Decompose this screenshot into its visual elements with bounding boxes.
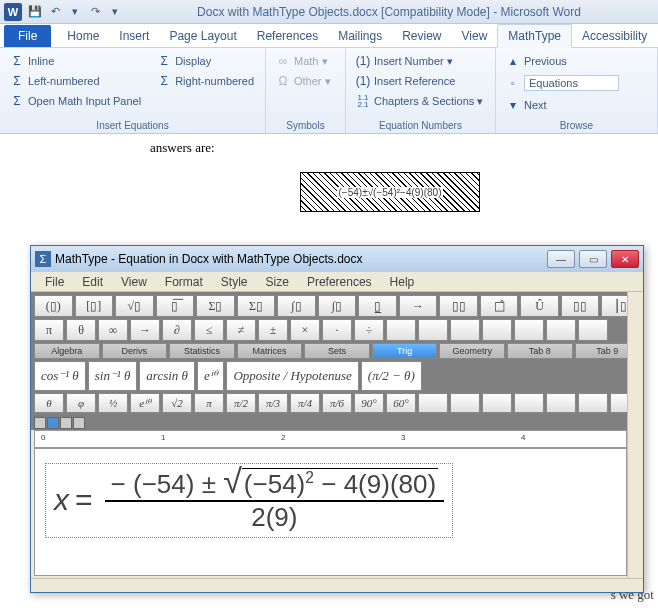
palette-button[interactable]: ▯▯ bbox=[439, 295, 478, 317]
close-button[interactable]: ✕ bbox=[611, 250, 639, 268]
palette-button[interactable]: ∫▯ bbox=[277, 295, 316, 317]
small-symbol-button[interactable]: π/6 bbox=[322, 393, 352, 413]
symbol-button-empty[interactable] bbox=[578, 319, 608, 341]
category-tab-matrices[interactable]: Matrices bbox=[237, 343, 303, 359]
category-tab-sets[interactable]: Sets bbox=[304, 343, 370, 359]
symbol-button[interactable]: θ bbox=[66, 319, 96, 341]
palette-button[interactable]: (▯) bbox=[34, 295, 73, 317]
menu-edit[interactable]: Edit bbox=[74, 274, 111, 289]
equation[interactable]: x = − (−54) ± √ (−54)2 − 4(9)(80) 2(9) bbox=[45, 463, 453, 538]
browse-select[interactable]: ◦Equations bbox=[504, 73, 621, 93]
tab-references[interactable]: References bbox=[247, 25, 328, 47]
menu-preferences[interactable]: Preferences bbox=[299, 274, 380, 289]
small-symbol-button[interactable]: 90° bbox=[354, 393, 384, 413]
btn-open-math-input-panel[interactable]: ΣOpen Math Input Panel bbox=[8, 92, 143, 110]
qat-save-icon[interactable]: 💾 bbox=[26, 3, 44, 21]
palette-button[interactable]: Û bbox=[520, 295, 559, 317]
tab-mathtype[interactable]: MathType bbox=[497, 24, 572, 48]
tab-review[interactable]: Review bbox=[392, 25, 451, 47]
symbol-button[interactable]: · bbox=[322, 319, 352, 341]
menu-size[interactable]: Size bbox=[258, 274, 297, 289]
btn-chapters-sections[interactable]: 1.1 2.1Chapters & Sections ▾ bbox=[354, 92, 485, 110]
template-button[interactable]: arcsin θ bbox=[139, 361, 195, 391]
ruler[interactable]: 0 1 2 3 4 bbox=[34, 430, 627, 448]
symbol-button[interactable]: → bbox=[130, 319, 160, 341]
symbol-button[interactable]: ≤ bbox=[194, 319, 224, 341]
btn-left-numbered[interactable]: ΣLeft-numbered bbox=[8, 72, 143, 90]
symbol-button-empty[interactable] bbox=[546, 319, 576, 341]
qat-undo-icon[interactable]: ↶ bbox=[46, 3, 64, 21]
symbol-button[interactable]: ∞ bbox=[98, 319, 128, 341]
palette-button[interactable]: [▯] bbox=[75, 295, 114, 317]
tab-mailings[interactable]: Mailings bbox=[328, 25, 392, 47]
menu-view[interactable]: View bbox=[113, 274, 155, 289]
menu-format[interactable]: Format bbox=[157, 274, 211, 289]
menu-file[interactable]: File bbox=[37, 274, 72, 289]
category-tab-geometry[interactable]: Geometry bbox=[439, 343, 505, 359]
template-button[interactable]: Opposite / Hypotenuse bbox=[226, 361, 358, 391]
palette-button[interactable]: √▯ bbox=[115, 295, 154, 317]
palette-button[interactable]: ▯▯ bbox=[561, 295, 600, 317]
small-symbol-empty[interactable] bbox=[418, 393, 448, 413]
category-tab-statistics[interactable]: Statistics bbox=[169, 343, 235, 359]
btn-inline[interactable]: ΣInline bbox=[8, 52, 143, 70]
small-symbol-empty[interactable] bbox=[514, 393, 544, 413]
small-symbol-button[interactable]: 60° bbox=[386, 393, 416, 413]
palette-button[interactable]: → bbox=[399, 295, 438, 317]
equation-object-selected[interactable]: (−54)±√(−54)²−4(9)(80) bbox=[300, 172, 480, 212]
small-symbol-button[interactable]: eⁱᶿ bbox=[130, 393, 160, 413]
symbol-button-empty[interactable] bbox=[386, 319, 416, 341]
small-symbol-button[interactable]: ½ bbox=[98, 393, 128, 413]
category-tab-derivs[interactable]: Derivs bbox=[102, 343, 168, 359]
btn-right-numbered[interactable]: ΣRight-numbered bbox=[155, 72, 256, 90]
small-symbol-button[interactable]: θ bbox=[34, 393, 64, 413]
symbol-button[interactable]: × bbox=[290, 319, 320, 341]
size-toggle[interactable] bbox=[47, 417, 59, 429]
symbol-button[interactable]: ÷ bbox=[354, 319, 384, 341]
palette-button[interactable]: ▯͞ bbox=[156, 295, 195, 317]
symbol-button[interactable]: ± bbox=[258, 319, 288, 341]
vertical-scrollbar[interactable] bbox=[627, 292, 643, 578]
small-symbol-button[interactable]: π/2 bbox=[226, 393, 256, 413]
tab-home[interactable]: Home bbox=[57, 25, 109, 47]
equation-canvas[interactable]: x = − (−54) ± √ (−54)2 − 4(9)(80) 2(9) bbox=[34, 448, 627, 576]
template-button[interactable]: eⁱᶿ bbox=[197, 361, 224, 391]
qat-dd1-icon[interactable]: ▾ bbox=[66, 3, 84, 21]
btn-math-symbols[interactable]: ∞Math ▾ bbox=[274, 52, 333, 70]
palette-button[interactable]: Σ▯ bbox=[237, 295, 276, 317]
btn-display[interactable]: ΣDisplay bbox=[155, 52, 256, 70]
btn-previous[interactable]: ▴Previous bbox=[504, 52, 621, 70]
category-tab-algebra[interactable]: Algebra bbox=[34, 343, 100, 359]
small-symbol-empty[interactable] bbox=[450, 393, 480, 413]
symbol-button-empty[interactable] bbox=[482, 319, 512, 341]
palette-button[interactable]: Σ▯ bbox=[196, 295, 235, 317]
template-button[interactable]: cos⁻¹ θ bbox=[34, 361, 86, 391]
tab-file[interactable]: File bbox=[4, 25, 51, 47]
small-symbol-button[interactable]: π bbox=[194, 393, 224, 413]
symbol-button-empty[interactable] bbox=[514, 319, 544, 341]
tab-page-layout[interactable]: Page Layout bbox=[159, 25, 246, 47]
palette-button[interactable]: □̂ bbox=[480, 295, 519, 317]
symbol-button-empty[interactable] bbox=[450, 319, 480, 341]
btn-insert-number[interactable]: (1)Insert Number ▾ bbox=[354, 52, 485, 70]
size-toggle[interactable] bbox=[34, 417, 46, 429]
qat-redo-icon[interactable]: ↷ bbox=[86, 3, 104, 21]
symbol-button-empty[interactable] bbox=[418, 319, 448, 341]
small-symbol-empty[interactable] bbox=[546, 393, 576, 413]
size-toggle[interactable] bbox=[60, 417, 72, 429]
small-symbol-button[interactable]: π/4 bbox=[290, 393, 320, 413]
small-symbol-button[interactable]: φ bbox=[66, 393, 96, 413]
tab-view[interactable]: View bbox=[452, 25, 498, 47]
btn-other-symbols[interactable]: ΩOther ▾ bbox=[274, 72, 333, 90]
size-toggle[interactable] bbox=[73, 417, 85, 429]
small-symbol-button[interactable]: π/3 bbox=[258, 393, 288, 413]
minimize-button[interactable]: — bbox=[547, 250, 575, 268]
symbol-button[interactable]: ≠ bbox=[226, 319, 256, 341]
symbol-button[interactable]: π bbox=[34, 319, 64, 341]
small-symbol-empty[interactable] bbox=[482, 393, 512, 413]
small-symbol-button[interactable]: √2 bbox=[162, 393, 192, 413]
btn-next[interactable]: ▾Next bbox=[504, 96, 621, 114]
symbol-button[interactable]: ∂ bbox=[162, 319, 192, 341]
qat-dd2-icon[interactable]: ▾ bbox=[106, 3, 124, 21]
menu-help[interactable]: Help bbox=[382, 274, 423, 289]
